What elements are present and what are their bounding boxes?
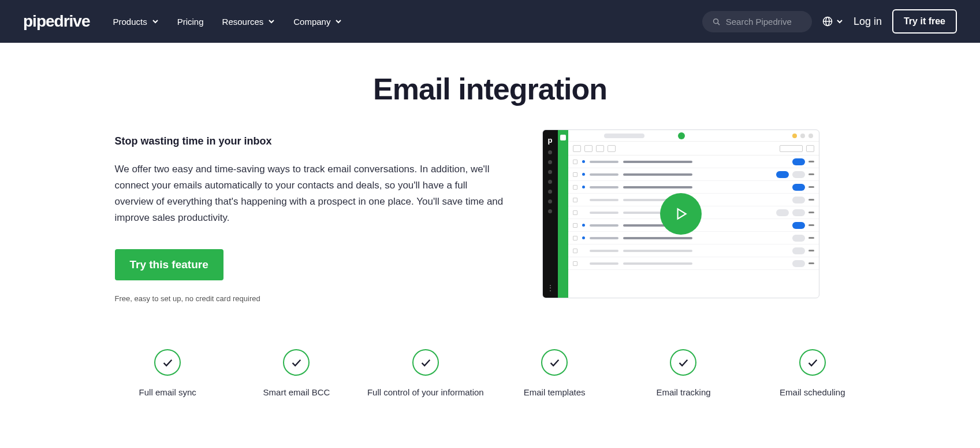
play-icon xyxy=(673,206,688,221)
nav-company[interactable]: Company xyxy=(293,17,342,27)
nav-products[interactable]: Products xyxy=(113,17,158,27)
feature-label: Email templates xyxy=(490,387,618,397)
try-free-button[interactable]: Try it free xyxy=(892,9,957,34)
search-box[interactable] xyxy=(702,11,812,32)
page-title: Email integration xyxy=(0,72,980,106)
check-icon xyxy=(670,349,696,376)
globe-icon xyxy=(822,16,833,27)
check-icon xyxy=(541,349,568,376)
hero-body: We offer two easy and time-saving ways t… xyxy=(115,161,508,226)
nav-company-label: Company xyxy=(293,17,330,27)
check-icon xyxy=(283,349,310,376)
hero-copy: Stop wasting time in your inbox We offer… xyxy=(115,129,508,303)
nav-pricing-label: Pricing xyxy=(177,17,204,27)
main-header: pipedrive Products Pricing Resources Com… xyxy=(0,0,980,43)
language-switcher[interactable] xyxy=(822,16,843,27)
svg-line-1 xyxy=(718,23,720,24)
nav-products-label: Products xyxy=(113,17,147,27)
mockup-sidebar: p ⋮ xyxy=(543,130,558,298)
nav-pricing[interactable]: Pricing xyxy=(177,17,204,27)
feature-smart-bcc[interactable]: Smart email BCC xyxy=(232,349,361,397)
hero-subhead: Stop wasting time in your inbox xyxy=(115,135,508,147)
feature-label: Smart email BCC xyxy=(232,387,361,397)
try-feature-button[interactable]: Try this feature xyxy=(115,249,223,280)
check-icon xyxy=(799,349,826,376)
check-icon xyxy=(412,349,439,376)
feature-full-sync[interactable]: Full email sync xyxy=(103,349,232,397)
chevron-down-icon xyxy=(836,18,843,25)
video-preview[interactable]: p ⋮ xyxy=(542,129,819,298)
mockup-compose-col xyxy=(558,130,568,298)
svg-point-0 xyxy=(714,18,718,23)
cta-subtext: Free, easy to set up, no credit card req… xyxy=(115,294,508,303)
hero-content: Stop wasting time in your inbox We offer… xyxy=(92,129,889,303)
feature-tracking[interactable]: Email tracking xyxy=(619,349,748,397)
feature-full-control[interactable]: Full control of your information xyxy=(361,349,490,397)
nav-resources[interactable]: Resources xyxy=(222,17,275,27)
feature-label: Email tracking xyxy=(619,387,748,397)
nav-resources-label: Resources xyxy=(222,17,264,27)
feature-list: Full email sync Smart email BCC Full con… xyxy=(80,349,900,420)
primary-nav: Products Pricing Resources Company xyxy=(113,17,342,27)
chevron-down-icon xyxy=(152,18,159,25)
chevron-down-icon xyxy=(268,18,275,25)
feature-label: Full email sync xyxy=(103,387,232,397)
feature-scheduling[interactable]: Email scheduling xyxy=(748,349,877,397)
feature-label: Full control of your information xyxy=(361,387,490,397)
chevron-down-icon xyxy=(335,18,342,25)
play-button[interactable] xyxy=(660,193,702,235)
search-icon xyxy=(713,17,720,26)
check-icon xyxy=(154,349,181,376)
feature-label: Email scheduling xyxy=(748,387,877,397)
search-input[interactable] xyxy=(726,17,802,27)
brand-logo[interactable]: pipedrive xyxy=(23,12,90,31)
feature-templates[interactable]: Email templates xyxy=(490,349,618,397)
login-link[interactable]: Log in xyxy=(854,16,882,28)
svg-marker-5 xyxy=(677,209,685,219)
